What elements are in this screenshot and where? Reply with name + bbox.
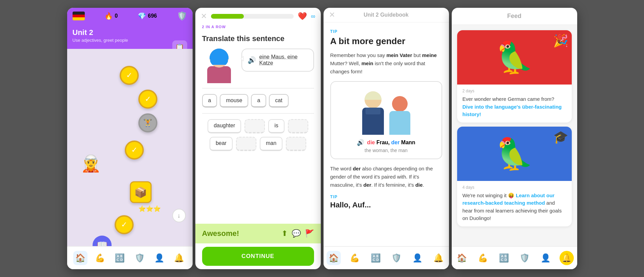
s3-nav-quests[interactable]: 🛡️: [389, 251, 404, 265]
word-chip-bear[interactable]: bear: [210, 137, 233, 151]
feed-card-1-link[interactable]: Dive into the language's über-fascinatin…: [463, 104, 562, 117]
map-node-2[interactable]: ✓: [138, 90, 157, 109]
couple-image: [336, 87, 436, 135]
feed-card-2-days: 4 days: [463, 185, 566, 190]
feed-card-2: 🦜 🎓 4 days We're not winging it 😝 Learn …: [457, 127, 572, 226]
die-word: die: [367, 140, 375, 145]
decoration-1: 🎉: [553, 34, 568, 48]
s3-nav-home[interactable]: 🏠: [327, 251, 341, 265]
unit-map: ✓ ✓ 🏋️ ✓ 📦 ⭐⭐⭐ ✓ 📖 🧝 ↓: [67, 49, 193, 246]
nav-profile[interactable]: 👤: [152, 251, 167, 265]
map-node-3[interactable]: 🏋️: [138, 113, 157, 132]
nav-quests[interactable]: 🛡️: [133, 251, 147, 265]
nav-leagues[interactable]: 🔠: [113, 251, 127, 265]
share-icon[interactable]: ⬆: [281, 229, 288, 238]
s4-nav-home[interactable]: 🏠: [455, 251, 469, 265]
answer-chip-cat[interactable]: cat: [269, 94, 288, 108]
map-book-node[interactable]: 📖: [93, 236, 112, 246]
heart-icon: ❤️: [298, 12, 307, 21]
word-chip-is[interactable]: is: [268, 119, 285, 133]
tip2-label: TIP: [330, 195, 442, 199]
word-chip-empty1: [245, 119, 265, 133]
discuss-icon[interactable]: 💬: [292, 229, 301, 238]
answer-chip-a2[interactable]: a: [251, 94, 266, 108]
nav-home[interactable]: 🏠: [73, 251, 87, 265]
flag-icon[interactable]: 🚩: [305, 229, 314, 238]
screen-guidebook: ✕ Unit 2 Guidebook TIP A bit more gender…: [324, 8, 449, 269]
tip1-body2: The word der also changes depending on t…: [330, 165, 442, 189]
duo-owl-blue: 🦜: [495, 138, 533, 169]
map-chest[interactable]: 📦: [130, 181, 152, 203]
close-button[interactable]: ✕: [201, 12, 207, 21]
s4-nav-quests[interactable]: 🛡️: [518, 251, 532, 265]
map-character: 🧝: [81, 154, 101, 173]
s4-nav-profile[interactable]: 👤: [539, 251, 553, 265]
word-chip-empty4: [286, 137, 306, 151]
word-chip-empty2: [288, 119, 308, 133]
old-man-figure: [362, 91, 384, 135]
continue-button[interactable]: CONTINUE: [202, 247, 314, 266]
der-word: der: [391, 140, 400, 145]
guidebook-close-button[interactable]: ✕: [329, 11, 335, 19]
exercise-character: [202, 49, 236, 82]
streak-label: 2 IN A ROW: [202, 25, 226, 29]
feed-header: Feed: [452, 8, 577, 25]
feed-card-1-days: 2 days: [463, 89, 566, 93]
map-path: ✓ ✓ 🏋️ ✓ 📦 ⭐⭐⭐ ✓ 📖 🧝 ↓: [67, 56, 193, 246]
language-flag: [73, 12, 85, 20]
duo-owl-red: 🦜: [495, 42, 533, 73]
s4-nav-practice[interactable]: 💪: [476, 251, 490, 265]
guidebook-content: TIP A bit more gender Remember how you s…: [324, 22, 449, 246]
s4-nav-notifications[interactable]: 🔔: [560, 251, 574, 265]
progress-fill: [211, 14, 244, 19]
progress-bar: [211, 14, 294, 19]
word-chip-man[interactable]: man: [260, 137, 282, 151]
tip2-partial-title: Hallo, Auf...: [330, 201, 442, 209]
german-sentence: eine Maus, eine Katze: [259, 54, 308, 66]
sound-icon[interactable]: 🔊: [248, 56, 256, 64]
s3-nav-profile[interactable]: 👤: [410, 251, 425, 265]
speech-bubble: 🔊 eine Maus, eine Katze: [241, 49, 314, 72]
unit-map-header: 🔥 0 💎 696 🛡️: [67, 8, 193, 23]
guidebook-header: ✕ Unit 2 Guidebook: [324, 8, 449, 22]
couple-caption: 🔊 die Frau, der Mann: [336, 139, 436, 146]
map-node-5[interactable]: ✓: [115, 215, 134, 234]
feed-title: Feed: [507, 13, 521, 19]
screen-unit-map: 🔥 0 💎 696 🛡️ Unit 2 Use adjectives, gree…: [67, 8, 193, 269]
couple-illustration-card: 🔊 die Frau, der Mann the woman, the man: [330, 81, 442, 159]
screen-translate: ✕ ❤️ ∞ 2 IN A ROW Translate this sentenc…: [195, 8, 321, 269]
feed-card-1-text: Ever wonder where German came from? Dive…: [463, 95, 566, 118]
s3-nav-leagues[interactable]: 🔠: [369, 251, 383, 265]
word-bank: daughter is bear man: [195, 114, 321, 156]
caption-die-frau: die Frau, der Mann: [367, 140, 415, 146]
exercise-header: ✕ ❤️ ∞: [195, 8, 321, 25]
s3-nav-practice[interactable]: 💪: [348, 251, 362, 265]
feed-card-1-body: 2 days Ever wonder where German came fro…: [457, 85, 572, 123]
s4-nav-leagues[interactable]: 🔠: [497, 251, 511, 265]
sound-icon-caption[interactable]: 🔊: [357, 139, 364, 146]
unit-subtitle: Use adjectives, greet people: [73, 38, 187, 43]
feedback-text: Awesome!: [202, 229, 239, 238]
s3-nav-notifications[interactable]: 🔔: [431, 251, 446, 265]
nav-practice[interactable]: 💪: [93, 251, 107, 265]
gems-stat: 💎 696: [138, 12, 157, 20]
answer-area[interactable]: a mouse a cat: [202, 88, 314, 114]
decoration-2: 🎓: [553, 130, 568, 144]
map-node-1[interactable]: ✓: [120, 66, 139, 85]
map-node-4[interactable]: ✓: [125, 141, 144, 160]
sentence-area: 🔊 eine Maus, eine Katze: [195, 49, 321, 88]
answer-chip-a1[interactable]: a: [202, 94, 217, 108]
infinite-icon: ∞: [311, 13, 315, 20]
screen-feed: Feed 🦜 🎉 2 days Ever wonder where German…: [452, 8, 577, 269]
bottom-navigation: 🏠 💪 🔠 🛡️ 👤 🔔: [67, 246, 193, 269]
streak-row: 2 IN A ROW: [195, 25, 321, 32]
feed-card-1: 🦜 🎉 2 days Ever wonder where German came…: [457, 30, 572, 123]
feed-card-2-text: We're not winging it 😝 Learn about our r…: [463, 192, 566, 222]
scroll-down-button[interactable]: ↓: [172, 209, 186, 222]
word-chip-daughter[interactable]: daughter: [208, 119, 241, 133]
gem-icon: 💎: [138, 12, 146, 20]
nav-notifications[interactable]: 🔔: [172, 251, 186, 265]
feedback-bar: Awesome! ⬆ 💬 🚩: [195, 224, 321, 243]
answer-chip-mouse[interactable]: mouse: [220, 94, 248, 108]
feedback-icons: ⬆ 💬 🚩: [281, 229, 314, 238]
